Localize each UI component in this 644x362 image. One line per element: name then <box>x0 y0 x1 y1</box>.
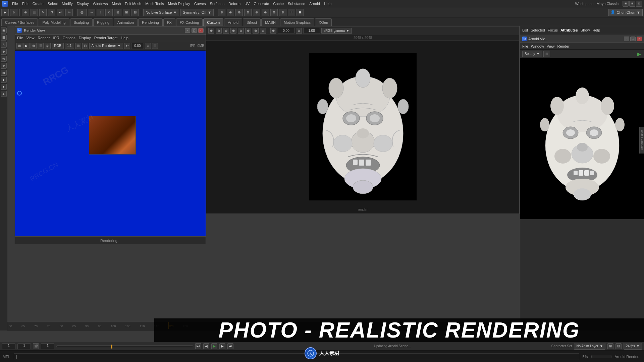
tab-fx[interactable]: FX <box>163 18 175 26</box>
attr-tab-show[interactable]: Show <box>581 28 590 32</box>
menu-mesh-display[interactable]: Mesh Display <box>168 2 190 6</box>
menu-substance[interactable]: Substance <box>288 2 305 6</box>
rv-menu-view[interactable]: View <box>26 36 35 40</box>
rv-icon-10[interactable]: ⊞ <box>152 43 158 49</box>
tab-rendering[interactable]: Rendering <box>138 18 163 26</box>
rv-icon-4[interactable]: ☰ <box>38 43 44 49</box>
menu-cache[interactable]: Cache <box>273 2 284 6</box>
tab-custom[interactable]: Custom <box>203 18 223 26</box>
vp-icon-3[interactable]: ⊕ <box>223 28 229 34</box>
vp-icon-5[interactable]: ⊕ <box>238 28 244 34</box>
anim-settings-1[interactable]: ⊞ <box>607 343 613 349</box>
left-icon-5[interactable]: ◎ <box>1 56 7 62</box>
av-window[interactable]: Window <box>531 44 544 48</box>
menu-help[interactable]: Help <box>324 2 332 6</box>
attr-tab-focus[interactable]: Focus <box>548 28 558 32</box>
menu-curves[interactable]: Curves <box>194 2 206 6</box>
toolbar-btn-7[interactable]: ↩ <box>57 9 64 16</box>
rv-menu-display[interactable]: Display <box>79 36 91 40</box>
vp-icon-2[interactable]: ⊕ <box>216 28 222 34</box>
toolbar-btn-1[interactable]: ▶ <box>1 9 9 16</box>
menu-create[interactable]: Create <box>33 2 44 6</box>
pb-first[interactable]: ⏮ <box>195 343 201 349</box>
toolbar-icon-b[interactable]: ⊕ <box>227 9 234 16</box>
rv-icon-5[interactable]: ◎ <box>45 43 51 49</box>
arnold-restore[interactable]: □ <box>630 37 636 41</box>
tab-mash[interactable]: MASH <box>261 18 279 26</box>
tab-poly-modeling[interactable]: Poly Modeling <box>39 18 69 26</box>
toolbar-btn-2[interactable]: ⎋ <box>10 9 17 16</box>
av-file[interactable]: File <box>522 44 528 48</box>
tab-arnold[interactable]: Arnold <box>224 18 242 26</box>
menu-deform[interactable]: Deform <box>228 2 240 6</box>
tab-sculpting[interactable]: Sculpting <box>70 18 93 26</box>
vp-icon-6[interactable]: ⊕ <box>245 28 251 34</box>
toolbar-btn-12[interactable]: ⟲ <box>105 9 113 16</box>
no-live-surface-dropdown[interactable]: No Live Surface ▼ <box>143 9 179 16</box>
left-icon-8[interactable]: ▲ <box>1 77 7 83</box>
av-view[interactable]: View <box>547 44 555 48</box>
toolbar-btn-3[interactable]: ⊕ <box>22 9 29 16</box>
tab-fx-caching[interactable]: FX Caching <box>176 18 203 26</box>
toolbar-btn-15[interactable]: ⊟ <box>131 9 139 16</box>
rv-menu-options[interactable]: Options <box>63 36 75 40</box>
left-icon-3[interactable]: ✎ <box>1 42 7 48</box>
viewport-3d[interactable]: ⊕ ⊕ ⊕ ⊕ ⊕ ⊕ ⊕ ⊕ ⊕ 0.00 ⊕ 1.00 sRGB gamma… <box>206 26 520 214</box>
rv-menu-render[interactable]: Render <box>38 36 50 40</box>
av-grid-icon[interactable]: ⊞ <box>543 51 550 57</box>
toolbar-btn-8[interactable]: ↪ <box>65 9 73 16</box>
vp-icon-4[interactable]: ⊕ <box>230 28 236 34</box>
tab-bifrost[interactable]: Bifrost <box>243 18 261 26</box>
pb-next[interactable]: ▶ <box>219 343 225 349</box>
rv-menu-file[interactable]: File <box>17 36 23 40</box>
rv-color-mode[interactable]: RGB <box>52 43 64 49</box>
symmetry-dropdown[interactable]: Symmetry: Off ▼ <box>180 9 214 16</box>
toolbar-btn-13[interactable]: ⊞ <box>114 9 121 16</box>
vp-value1[interactable]: 0.00 <box>278 28 294 34</box>
menu-display[interactable]: Display <box>77 2 89 6</box>
toolbar-icon-c[interactable]: ⊕ <box>235 9 243 16</box>
arnold-minimize[interactable]: − <box>624 37 629 41</box>
toolbar-icon-g[interactable]: ⊕ <box>270 9 278 16</box>
left-icon-4[interactable]: ⊕ <box>1 49 7 55</box>
rv-menu-render-target[interactable]: Render Target <box>94 36 118 40</box>
tab-animation[interactable]: Animation <box>114 18 138 26</box>
rv-icon-9[interactable]: ⊕ <box>145 43 151 49</box>
char-set-dropdown[interactable]: No Anim Layer ▼ <box>574 343 605 350</box>
toolbar-btn-14[interactable]: ⊞ <box>123 9 130 16</box>
user-button[interactable]: 👤 Chun Chun ▼ <box>608 9 643 16</box>
arnold-close[interactable]: × <box>637 37 642 41</box>
color-space-dropdown[interactable]: sRGB gamma ▼ <box>321 28 352 34</box>
menu-modify[interactable]: Modify <box>62 2 72 6</box>
av-render[interactable]: Render <box>557 44 570 48</box>
tab-modeling[interactable]: Curves / Surfaces <box>1 18 38 26</box>
toolbar-btn-9[interactable]: ◎ <box>77 9 87 16</box>
menu-edit-mesh[interactable]: Edit Mesh <box>125 2 141 6</box>
attr-tab-help[interactable]: Help <box>592 28 600 32</box>
left-icon-9[interactable]: ▼ <box>1 84 7 90</box>
fps-dropdown[interactable]: 24 fps ▼ <box>624 343 642 350</box>
pb-play[interactable]: ▶ <box>211 343 217 349</box>
menu-uv[interactable]: UV <box>245 2 250 6</box>
rv-icon-1[interactable]: ⊞ <box>16 43 22 49</box>
rv-menu-help[interactable]: Help <box>121 36 128 40</box>
left-icon-6[interactable]: ⊗ <box>1 63 7 69</box>
pb-last[interactable]: ⏭ <box>227 343 233 349</box>
menu-arnold[interactable]: Arnold <box>309 2 320 6</box>
toolbar-icon-i[interactable]: ⏸ <box>288 9 295 16</box>
render-view-minimize[interactable]: − <box>185 28 190 33</box>
rv-value[interactable]: 0.00 <box>131 43 144 49</box>
attr-tab-list[interactable]: List <box>522 28 528 32</box>
left-icon-2[interactable]: ☰ <box>1 35 7 41</box>
menu-mesh[interactable]: Mesh <box>112 2 121 6</box>
toolbar-btn-4[interactable]: ☰ <box>31 9 38 16</box>
render-view-maximize[interactable]: □ <box>192 28 197 33</box>
rv-icon-3[interactable]: ⊕ <box>31 43 37 49</box>
menu-file[interactable]: File <box>12 2 18 6</box>
vp-icon-10[interactable]: ⊕ <box>296 28 302 34</box>
toolbar-btn-11[interactable]: ↕ <box>97 9 104 16</box>
tab-motion-graphics[interactable]: Motion Graphics <box>280 18 314 26</box>
toolbar-btn-6[interactable]: ⚙ <box>48 9 55 16</box>
pb-prev[interactable]: ◀ <box>203 343 209 349</box>
toolbar-btn-10[interactable]: ↔ <box>88 9 95 16</box>
